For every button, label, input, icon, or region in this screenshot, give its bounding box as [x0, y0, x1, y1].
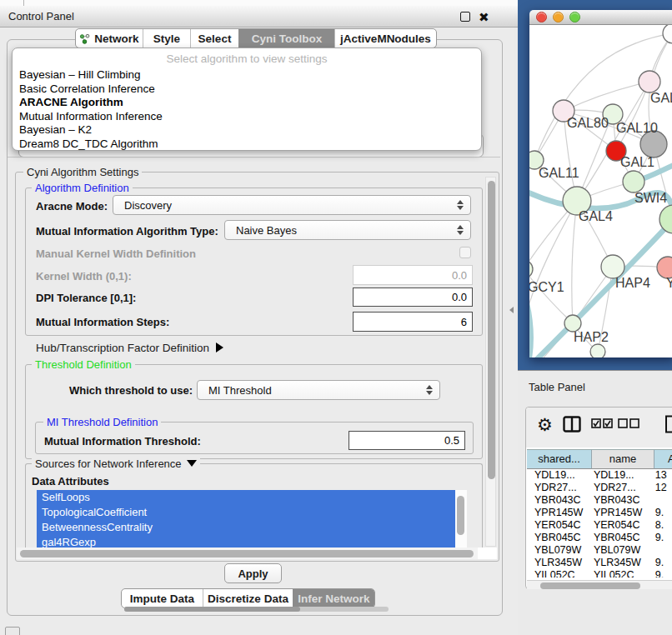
table-hscrollbar[interactable] — [527, 580, 672, 589]
tab-network[interactable]: Network — [76, 29, 143, 48]
cell[interactable]: YBL079W — [590, 544, 651, 557]
threshold-definition-title: Threshold Definition — [32, 358, 135, 371]
settings-hscrollbar-thumb[interactable] — [20, 550, 474, 558]
network-canvas[interactable]: GAL2 GAL80 GAL10 GAL1 GAL11 SWI4 GAL4 GC… — [529, 25, 672, 358]
node[interactable] — [590, 344, 605, 358]
cell[interactable]: 12 — [651, 482, 672, 494]
tab-infer-network[interactable]: Infer Network — [293, 589, 374, 608]
attribute-item-selected[interactable]: SelfLoops — [37, 490, 455, 505]
settings-vscrollbar[interactable] — [485, 177, 496, 547]
section-divider — [8, 157, 500, 158]
minimized-panel-chip[interactable] — [5, 627, 20, 635]
cell[interactable]: YER054C — [527, 519, 590, 532]
table-row[interactable]: YBL079W YBL079W — [527, 544, 672, 557]
attributes-vscrollbar[interactable] — [455, 490, 467, 548]
cell[interactable]: YLR345W — [590, 557, 651, 569]
panel-hscrollbar-thumb[interactable] — [124, 607, 300, 612]
tab-style[interactable]: Style — [143, 29, 190, 48]
dropdown-item[interactable]: Dream8 DC_TDC Algorithm — [19, 138, 474, 152]
table-row[interactable]: YDR27... YDR27... 12 — [527, 482, 672, 494]
table-row[interactable]: YBR045C YBR045C 9. — [527, 532, 672, 544]
attributes-vscrollbar-thumb[interactable] — [457, 496, 464, 535]
dropdown-item[interactable]: Bayesian – Hill Climbing — [19, 68, 474, 82]
cell[interactable] — [651, 494, 672, 507]
cell[interactable]: 9. — [651, 532, 672, 544]
table-row[interactable]: YLR345W YLR345W 9. — [527, 557, 672, 569]
table-row[interactable]: YDL19... YDL19... 13 — [527, 469, 672, 482]
which-threshold-combobox[interactable]: MI Threshold — [197, 380, 440, 400]
dropdown-item[interactable]: Bayesian – K2 — [19, 123, 474, 138]
zoom-traffic-light[interactable] — [569, 12, 580, 22]
cell[interactable]: YDR27... — [527, 482, 590, 494]
cell[interactable]: YDR27... — [590, 482, 651, 494]
network-window-titlebar[interactable] — [529, 10, 672, 25]
table-hscrollbar-thumb[interactable] — [540, 582, 640, 589]
attribute-item-selected[interactable]: BetweennessCentrality — [37, 520, 455, 535]
mi-steps-field[interactable]: 6 — [353, 312, 473, 332]
float-window-icon[interactable] — [460, 12, 470, 22]
settings-vscrollbar-thumb[interactable] — [488, 181, 495, 479]
cell[interactable]: YPR145W — [590, 507, 651, 519]
split-columns-icon[interactable] — [563, 416, 581, 432]
dropdown-item[interactable]: Basic Correlation Inference — [19, 82, 474, 97]
apply-button[interactable]: Apply — [224, 563, 282, 583]
cell[interactable]: YBR045C — [590, 532, 651, 544]
close-traffic-light[interactable] — [536, 12, 547, 22]
minimize-traffic-light[interactable] — [553, 12, 564, 22]
aracne-mode-combobox[interactable]: Discovery — [113, 195, 471, 215]
cell[interactable]: YPR145W — [527, 507, 590, 519]
cell[interactable]: 9. — [651, 507, 672, 519]
manual-kernel-checkbox[interactable] — [459, 247, 471, 258]
cell[interactable]: YBR045C — [527, 532, 590, 544]
settings-hscrollbar[interactable] — [17, 548, 478, 559]
gear-icon[interactable]: ⚙ — [537, 414, 553, 436]
tab-cyni-toolbox[interactable]: Cyni Toolbox — [238, 29, 334, 48]
column-header-shared-name[interactable]: shared... — [527, 449, 592, 469]
close-icon[interactable]: ✖ — [479, 7, 489, 28]
table-row[interactable]: YER054C YER054C 8. — [527, 519, 672, 532]
mi-type-combobox[interactable]: Naive Bayes — [224, 220, 471, 240]
sources-title[interactable]: Sources for Network Inference — [32, 458, 200, 470]
cell[interactable]: YBR043C — [527, 494, 590, 507]
cell[interactable]: YDL19... — [590, 469, 651, 482]
cell[interactable]: YIL052C — [590, 569, 651, 578]
cell[interactable]: YER054C — [590, 519, 651, 532]
cell[interactable]: YBL079W — [527, 544, 590, 557]
attribute-item-selected[interactable]: gal4RGexp — [37, 535, 455, 548]
node[interactable] — [663, 25, 672, 43]
node-hap4[interactable] — [601, 255, 624, 278]
table-row-clipped[interactable]: YIL052C YIL052C 9. — [527, 569, 672, 578]
dropdown-item-selected[interactable]: ARACNE Algorithm — [19, 96, 474, 110]
new-table-icon[interactable] — [664, 415, 672, 433]
deselect-all-icon[interactable] — [618, 418, 639, 428]
cell[interactable]: 8. — [651, 519, 672, 532]
splitter-arrow[interactable] — [509, 307, 514, 313]
tab-jactivemnodules[interactable]: jActiveMNodules — [334, 29, 436, 48]
node-gal2[interactable] — [639, 71, 660, 92]
cell[interactable]: YIL052C — [527, 569, 590, 578]
column-header-name[interactable]: name — [592, 449, 654, 469]
attribute-item-selected[interactable]: TopologicalCoefficient — [37, 505, 455, 520]
node-swi4[interactable] — [623, 171, 644, 192]
table-row[interactable]: YBR043C YBR043C — [527, 494, 672, 507]
cell[interactable]: 9. — [651, 557, 672, 569]
table-row[interactable]: YPR145W YPR145W 9. — [527, 507, 672, 519]
cell[interactable]: 13 — [651, 469, 672, 482]
cell[interactable]: YDL19... — [527, 469, 590, 482]
select-all-icon[interactable] — [591, 418, 613, 428]
dropdown-item[interactable]: Mutual Information Inference — [19, 110, 474, 124]
column-header-clipped[interactable]: A — [654, 449, 672, 469]
cell[interactable] — [651, 544, 672, 557]
cell[interactable]: YBR043C — [590, 494, 651, 507]
kernel-width-field[interactable]: 0.0 — [353, 265, 473, 285]
mi-threshold-field[interactable]: 0.5 — [349, 431, 465, 450]
dpi-tolerance-field[interactable]: 0.0 — [353, 288, 473, 307]
tab-select[interactable]: Select — [190, 29, 238, 48]
hub-definition-expander[interactable]: Hub/Transcription Factor Definition — [36, 342, 223, 354]
node-hap2[interactable] — [564, 315, 581, 332]
tab-impute-data[interactable]: Impute Data — [122, 589, 203, 608]
tab-discretize-data[interactable]: Discretize Data — [203, 589, 293, 608]
cell[interactable]: YLR345W — [527, 557, 590, 569]
cell[interactable]: 9. — [651, 569, 672, 578]
node-gcy1[interactable] — [529, 260, 533, 278]
